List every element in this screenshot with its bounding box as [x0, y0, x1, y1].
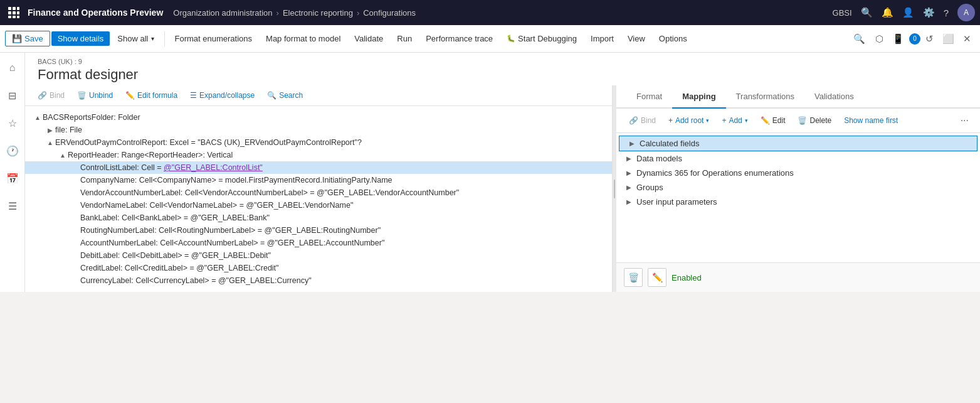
edit-formula-button[interactable]: ✏️ Edit formula — [120, 89, 182, 102]
tree-item[interactable]: ControlListLabel: Cell = @"GER_LABEL:Con… — [25, 161, 612, 174]
tree-item[interactable]: ▲BACSReportsFolder: Folder — [25, 111, 612, 124]
tab-validations[interactable]: Validations — [804, 85, 864, 109]
search-icon[interactable]: 🔍 — [861, 7, 873, 18]
tree-item[interactable]: VendorAccountNumberLabel: Cell<VendorAcc… — [25, 186, 612, 199]
delete-mapping-button[interactable]: 🗑️ Delete — [793, 114, 836, 127]
mapping-toggle[interactable]: ▶ — [624, 169, 634, 176]
show-all-button[interactable]: Show all ▾ — [111, 31, 160, 46]
options-button[interactable]: Options — [653, 31, 693, 46]
format-enumerations-button[interactable]: Format enumerations — [169, 31, 259, 46]
mapping-item[interactable]: ▶Groups — [616, 180, 980, 195]
breadcrumb-er[interactable]: Electronic reporting — [283, 8, 353, 18]
mapping-toggle[interactable]: ▶ — [624, 155, 634, 162]
debug-icon: 🐛 — [507, 35, 515, 43]
tab-format[interactable]: Format — [626, 85, 672, 109]
sidebar-calendar-icon[interactable]: 📅 — [3, 168, 23, 188]
toolbar-search-icon[interactable]: 🔍 — [848, 33, 870, 45]
footer-delete-button[interactable]: 🗑️ — [624, 268, 643, 287]
expand-icon: ☰ — [190, 91, 197, 100]
breadcrumb: Organization administration › Electronic… — [173, 8, 416, 18]
bind-button[interactable]: 🔗 Bind — [33, 89, 70, 102]
tree-item[interactable]: ▶file: File — [25, 124, 612, 136]
tree-item-text: AccountNumberLabel: Cell<AccountNumberLa… — [80, 239, 604, 247]
tree-toggle[interactable]: ▲ — [58, 152, 68, 159]
tree-item[interactable]: CompanyName: Cell<CompanyName> = model.F… — [25, 174, 612, 186]
map-format-button[interactable]: Map format to model — [260, 31, 347, 46]
start-debugging-button[interactable]: 🐛 Start Debugging — [500, 31, 583, 46]
tab-transformations[interactable]: Transformations — [726, 85, 804, 109]
svg-rect-6 — [8, 16, 11, 18]
close-icon[interactable]: ✕ — [959, 33, 975, 45]
mapping-toggle[interactable]: ▶ — [627, 140, 637, 147]
mapping-bind-button[interactable]: 🔗 Bind — [624, 114, 661, 127]
expand-collapse-button[interactable]: ☰ Expand/collapse — [185, 89, 260, 102]
tree-item[interactable]: CurrencyLabel: Cell<CurrencyLabel> = @"G… — [25, 274, 612, 287]
tree-item[interactable]: DebitLabel: Cell<DebitLabel> = @"GER_LAB… — [25, 249, 612, 262]
mapping-item[interactable]: ▶Calculated fields — [619, 136, 977, 151]
sidebar-clock-icon[interactable]: 🕐 — [3, 141, 23, 161]
mapping-item[interactable]: ▶Dynamics 365 for Operations enumeration… — [616, 166, 980, 180]
tree-toggle[interactable]: ▶ — [45, 127, 55, 134]
region-text: GBSI — [833, 8, 852, 18]
settings-icon[interactable]: ⚙️ — [923, 7, 935, 18]
help-icon[interactable]: ? — [944, 8, 949, 18]
search-button[interactable]: 🔍 Search — [262, 89, 308, 102]
more-options-button[interactable]: ··· — [957, 114, 972, 127]
tree-item[interactable]: VendorNameLabel: Cell<VendorNameLabel> =… — [25, 199, 612, 212]
sidebar-home-icon[interactable]: ⌂ — [3, 58, 23, 78]
add-button[interactable]: + Add ▾ — [717, 114, 752, 127]
top-nav-icons: GBSI 🔍 🔔 👤 ⚙️ ? A — [833, 4, 975, 21]
tree-item[interactable]: CreditLabel: Cell<CreditLabel> = @"GER_L… — [25, 262, 612, 274]
add-root-chevron: ▾ — [706, 117, 709, 124]
app-grid-icon[interactable] — [5, 4, 23, 21]
toolbar-icon-3[interactable]: ↺ — [922, 33, 937, 45]
breadcrumb-org[interactable]: Organization administration — [173, 8, 272, 18]
mapping-toggle[interactable]: ▶ — [624, 198, 634, 205]
tree-item[interactable]: RoutingNumberLabel: Cell<RoutingNumberLa… — [25, 224, 612, 237]
tree-item[interactable]: BankLabel: Cell<BankLabel> = @"GER_LABEL… — [25, 212, 612, 224]
mapping-toggle[interactable]: ▶ — [624, 184, 634, 191]
tree-item-text: CurrencyLabel: Cell<CurrencyLabel> = @"G… — [80, 276, 604, 285]
tree-item-text: BACSReportsFolder: Folder — [43, 113, 604, 122]
save-button[interactable]: 💾 Save — [5, 31, 50, 46]
notification-badge[interactable]: 0 — [909, 33, 920, 45]
mapping-item-label: User input parameters — [636, 197, 972, 207]
panel-toolbar: 🔗 Bind 🗑️ Unbind ✏️ Edit formula ☰ Expan… — [25, 85, 612, 106]
view-button[interactable]: View — [621, 31, 651, 46]
sidebar-list-icon[interactable]: ☰ — [3, 196, 23, 216]
mapping-toolbar: 🔗 Bind + Add root ▾ + Add ▾ — [616, 109, 980, 133]
tab-mapping[interactable]: Mapping — [672, 85, 725, 109]
show-name-first-button[interactable]: Show name first — [839, 114, 903, 127]
tree-item[interactable]: ▲ReportHeader: Range<ReportHeader>: Vert… — [25, 149, 612, 161]
tree-toggle[interactable]: ▲ — [33, 114, 43, 121]
bind-icon: 🔗 — [38, 91, 47, 100]
breadcrumb-config[interactable]: Configurations — [363, 8, 416, 18]
notification-icon[interactable]: 🔔 — [882, 7, 893, 18]
show-details-button[interactable]: Show details — [51, 31, 110, 46]
person-icon[interactable]: 👤 — [902, 7, 914, 18]
tree-item-text: VendorAccountNumberLabel: Cell<VendorAcc… — [80, 188, 604, 197]
tree-item[interactable]: ▲ERVendOutPaymControlReport: Excel = "BA… — [25, 136, 612, 149]
toolbar-icon-4[interactable]: ⬜ — [939, 33, 958, 45]
svg-rect-8 — [17, 16, 19, 18]
sidebar-star-icon[interactable]: ☆ — [3, 113, 23, 133]
sidebar-filter-icon[interactable]: ⊟ — [3, 85, 23, 105]
mapping-item[interactable]: ▶User input parameters — [616, 195, 980, 209]
left-sidebar: ⌂ ⊟ ☆ 🕐 📅 ☰ — [0, 53, 25, 292]
import-button[interactable]: Import — [584, 31, 620, 46]
add-root-button[interactable]: + Add root ▾ — [663, 114, 714, 127]
toolbar-icon-2[interactable]: 📱 — [888, 33, 908, 45]
unbind-button[interactable]: 🗑️ Unbind — [72, 89, 118, 102]
avatar-icon[interactable]: A — [957, 4, 975, 21]
run-button[interactable]: Run — [391, 31, 418, 46]
performance-trace-button[interactable]: Performance trace — [419, 31, 499, 46]
validate-button[interactable]: Validate — [348, 31, 389, 46]
mapping-item[interactable]: ▶Data models — [616, 151, 980, 166]
tree-item[interactable]: AccountNumberLabel: Cell<AccountNumberLa… — [25, 237, 612, 249]
tree-toggle[interactable]: ▲ — [45, 139, 55, 146]
edit-mapping-button[interactable]: ✏️ Edit — [756, 114, 791, 127]
main-layout: ⌂ ⊟ ☆ 🕐 📅 ☰ BACS (UK) : 9 Format designe… — [0, 53, 980, 292]
footer-edit-button[interactable]: ✏️ — [648, 268, 667, 287]
svg-rect-7 — [13, 16, 16, 18]
toolbar-icon-1[interactable]: ⬡ — [872, 33, 887, 45]
